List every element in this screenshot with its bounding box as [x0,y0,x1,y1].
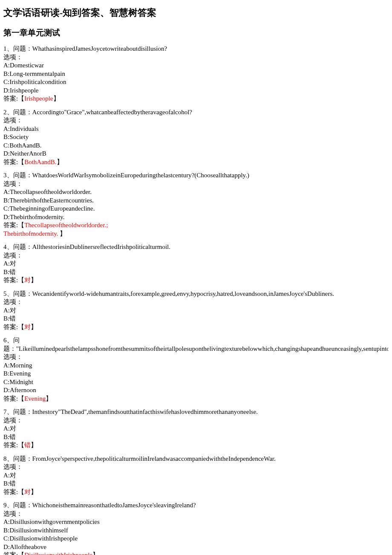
options-label: 选项： [3,298,389,306]
question-text: WhatdoesWorldWarIsymobolizeinEuropedurin… [32,172,249,179]
option-item: A:对 [3,306,389,315]
question-text: "Likeilluminedpearlsthelampsshonefromthe… [16,345,389,352]
question-sep: 、 [7,45,13,52]
answer-line: Thebirthofmodernity. 】 [3,230,389,238]
answer-line: 答案:【Irishpeople】 [3,95,389,103]
answer-line: 答案:【Thecollapseoftheoldworldorder.; [3,221,389,230]
answer-bracket-open: 【 [18,222,24,228]
options-label: 选项： [3,416,389,425]
answer-bracket-close: 】 [60,230,66,237]
answer-line: 答案:【错】 [3,441,389,450]
option-item: D:Irishpeople [3,87,389,95]
question-label: 问题： [13,243,32,250]
question-block: 2、问题：Accordingto"Grace",whatcanbeaffecte… [3,108,389,167]
answer-label: 答案: [3,95,18,102]
option-item: A:Domesticwar [3,61,389,70]
option-item: D:Thebirthofmodernity. [3,213,389,222]
chapter-heading: 第一章单元测试 [3,28,389,38]
question-line: 7、问题：Inthestory"TheDead",themanfindsoutt… [3,408,389,416]
question-line: 4、问题：AllthestoriesinDublinersreflectedIr… [3,243,389,251]
content-container: 第一章单元测试1、问题：WhathasinspiredJamesJoycetow… [3,28,389,555]
question-text: Accordingto"Grace",whatcanbeaffectedbyth… [32,109,193,116]
answer-line: 答案:【对】 [3,276,389,285]
option-item: A:对 [3,425,389,433]
options-label: 选项： [3,353,389,361]
question-line: 2、问题：Accordingto"Grace",whatcanbeaffecte… [3,108,389,117]
answer-text: 对 [24,277,31,283]
question-label: 问题： [13,109,32,116]
answer-bracket-close: 】 [31,277,37,283]
question-block: 3、问题：WhatdoesWorldWarIsymobolizeinEurope… [3,171,389,238]
option-item: A:Thecollapseoftheoldworldorder. [3,188,389,197]
question-label: 问题： [13,290,32,297]
question-sep: 、 [7,502,13,509]
answer-label: 答案: [3,489,18,495]
options-label: 选项： [3,53,389,62]
option-item: D:Afternoon [3,386,389,395]
question-number: 2 [3,109,7,116]
question-number: 8 [3,455,7,462]
option-item: B:错 [3,480,389,488]
option-item: A:对 [3,471,389,480]
answer-text: 对 [24,489,31,495]
answer-text: BothAandB. [24,159,56,165]
option-item: A:Individuals [3,125,389,133]
options-label: 选项： [3,510,389,518]
answer-line: 答案:【DisillusionwithIrishpeople】 [3,551,389,555]
question-text: WhichoneisthemainreasonthatledtoJamesJoy… [32,502,196,509]
question-line: 8、问题：FromJoyce'sperspective,thepolitical… [3,455,389,463]
question-block: 9、问题：WhichoneisthemainreasonthatledtoJam… [3,501,389,555]
question-number: 1 [3,45,7,52]
question-block: 5、问题：Wecanidentifyworld-widehumantraits,… [3,290,389,332]
question-number: 5 [3,290,7,297]
option-item: B:错 [3,315,389,323]
question-sep: 、 [7,243,13,250]
question-label: 问题： [13,502,32,509]
question-text: FromJoyce'sperspective,thepoliticalturmo… [32,455,276,462]
question-number: 4 [3,243,7,250]
answer-label: 答案: [3,222,18,228]
answer-bracket-close: 】 [31,442,37,448]
question-label: 问题： [13,45,32,52]
option-item: A:对 [3,260,389,268]
option-item: C:BothAandB. [3,142,389,150]
answer-label: 答案: [3,552,18,555]
option-item: B:错 [3,433,389,442]
answer-bracket-close: 】 [92,552,99,555]
question-text: WhathasinspiredJamesJoycetowriteaboutdis… [32,45,167,52]
answer-bracket-close: 】 [31,324,37,330]
options-label: 选项： [3,463,389,471]
question-block: 7、问题：Inthestory"TheDead",themanfindsoutt… [3,408,389,450]
answer-line: 答案:【BothAandB.】 [3,158,389,167]
answer-bracket-open: 【 [18,324,24,330]
question-text: Inthestory"TheDead",themanfindsoutthatin… [32,408,258,415]
answer-label: 答案: [3,159,18,165]
answer-label: 答案: [3,324,18,330]
option-item: B:Long-termmentalpain [3,70,389,78]
answer-bracket-close: 】 [46,395,52,402]
answer-bracket-open: 【 [18,552,24,555]
question-label: 问题： [13,172,32,179]
answer-bracket-open: 【 [18,395,24,402]
answer-bracket-open: 【 [18,277,24,283]
question-line: 9、问题：WhichoneisthemainreasonthatledtoJam… [3,501,389,510]
answer-text: Irishpeople [24,95,53,102]
answer-bracket-open: 【 [18,95,24,102]
question-block: 4、问题：AllthestoriesinDublinersreflectedIr… [3,243,389,285]
answer-text: DisillusionwithIrishpeople [24,552,92,555]
option-item: B:TherebirthoftheEasterncountries. [3,197,389,205]
option-item: B:Evening [3,370,389,378]
question-line: 1、问题：WhathasinspiredJamesJoycetowriteabo… [3,45,389,53]
option-item: D:NeitherAnorB [3,150,389,158]
question-block: 1、问题：WhathasinspiredJamesJoycetowriteabo… [3,45,389,103]
options-label: 选项： [3,116,389,125]
question-label: 问题： [13,455,32,462]
question-number: 3 [3,172,7,179]
question-number: 7 [3,408,7,415]
option-item: C:ThebeginningofEuropeandecline. [3,205,389,213]
answer-line: 答案:【对】 [3,488,389,497]
answer-text: Thecollapseoftheoldworldorder.; [24,222,108,228]
answer-label: 答案: [3,442,18,448]
question-block: 6、问题："Likeilluminedpearlsthelampsshonefr… [3,336,389,403]
answer-bracket-open: 【 [18,489,24,495]
